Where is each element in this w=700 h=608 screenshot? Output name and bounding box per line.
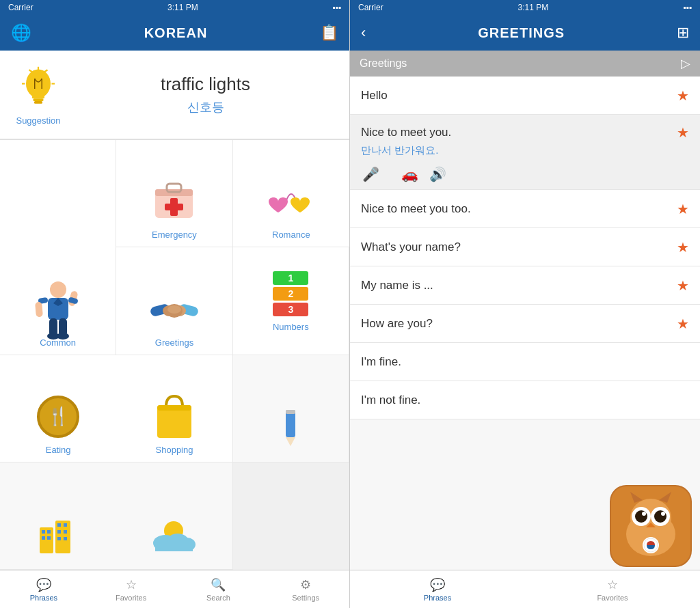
tab-favorites-left[interactable]: ☆ Favorites	[88, 570, 175, 608]
favorites-tab-icon: ☆	[126, 577, 137, 592]
favorites-tab-label-right: Favorites	[597, 594, 628, 602]
time-right: 3:11 PM	[518, 3, 549, 12]
svg-rect-47	[64, 530, 67, 534]
category-emergency[interactable]: Emergency	[116, 140, 232, 247]
category-extra3[interactable]	[116, 462, 232, 570]
phrase-im-fine[interactable]: I'm fine.	[350, 343, 700, 381]
time-left: 3:11 PM	[167, 3, 198, 12]
phrase-whats-name[interactable]: What's your name? ★	[350, 228, 700, 266]
tab-phrases-right[interactable]: 💬 Phrases	[350, 570, 525, 608]
svg-line-6	[44, 70, 48, 72]
svg-rect-26	[165, 204, 183, 210]
suggestion-english: traffic lights	[161, 74, 250, 95]
left-phone: Carrier 3:11 PM ▪▪▪ 🌐 KOREAN 📋	[0, 0, 350, 608]
phrase-top-nice-meet: Nice to meet you. ★	[361, 124, 689, 141]
category-eating[interactable]: 🍴 Eating	[0, 355, 116, 462]
lightbulb-icon	[18, 65, 59, 113]
tab-bar-left: 💬 Phrases ☆ Favorites 🔍 Search ⚙ Setting…	[0, 570, 349, 608]
greetings-icon	[150, 286, 198, 333]
pencil-svg	[280, 406, 301, 447]
suggestion-icon-area: Suggestion	[11, 64, 66, 126]
svg-point-61	[635, 510, 647, 523]
city-svg	[36, 514, 81, 555]
svg-rect-44	[57, 523, 61, 527]
phrase-text-im-not-fine: I'm not fine.	[361, 393, 420, 407]
phrase-korean-nice-meet: 만나서 반가워요.	[361, 144, 438, 157]
phrase-how-are-you[interactable]: How are you? ★	[350, 305, 700, 343]
shopping-label: Shopping	[156, 445, 193, 455]
handshake-svg	[150, 290, 198, 328]
weather-icon	[150, 510, 198, 558]
carrier-right: Carrier	[358, 3, 383, 12]
svg-rect-3	[34, 101, 42, 104]
emergency-icon	[150, 178, 198, 225]
emergency-label: Emergency	[152, 230, 197, 240]
tab-phrases-left[interactable]: 💬 Phrases	[0, 570, 88, 608]
category-numbers[interactable]: 1 2 3 Numbers	[233, 247, 349, 355]
star-nice-too[interactable]: ★	[677, 201, 689, 217]
carrier-left: Carrier	[8, 3, 33, 12]
romance-label: Romance	[272, 230, 310, 240]
phrase-my-name[interactable]: My name is ... ★	[350, 266, 700, 305]
city-icon	[34, 510, 82, 558]
header-title-right: GREETINGS	[478, 25, 565, 41]
suggestion-label: Suggestion	[16, 115, 60, 126]
status-bar-left: Carrier 3:11 PM ▪▪▪	[0, 0, 349, 15]
phrase-nice-too[interactable]: Nice to meet you too. ★	[350, 190, 700, 228]
shopping-svg	[154, 393, 195, 441]
svg-rect-49	[64, 537, 67, 540]
car-icon[interactable]: 🚗	[401, 166, 418, 182]
category-shopping[interactable]: Shopping	[116, 355, 232, 462]
category-grid: Common Emergency	[0, 139, 349, 570]
category-romance[interactable]: Romance	[233, 140, 349, 247]
category-common[interactable]: Common	[0, 140, 116, 355]
speaker-icon[interactable]: 🔊	[429, 166, 446, 182]
suggestion-korean: 신호등	[187, 99, 224, 115]
tab-search-left[interactable]: 🔍 Search	[175, 570, 262, 608]
svg-marker-36	[286, 437, 295, 446]
phrase-text-nice-meet: Nice to meet you.	[361, 126, 451, 139]
svg-rect-45	[64, 523, 67, 527]
status-bar-right: Carrier 3:11 PM ▪▪▪	[350, 0, 700, 15]
star-how-are-you[interactable]: ★	[677, 316, 689, 332]
star-nice-meet[interactable]: ★	[677, 124, 689, 141]
svg-rect-2	[33, 98, 44, 101]
play-icon[interactable]: ▷	[681, 56, 690, 71]
phrase-text-im-fine: I'm fine.	[361, 355, 401, 369]
eating-icon: 🍴	[34, 393, 82, 441]
svg-line-5	[29, 70, 33, 72]
category-greetings[interactable]: Greetings	[116, 247, 232, 355]
tab-favorites-right[interactable]: ☆ Favorites	[525, 570, 700, 608]
svg-rect-41	[42, 536, 45, 540]
phrase-hello[interactable]: Hello ★	[350, 77, 700, 115]
back-button[interactable]: ‹	[361, 24, 366, 42]
phrase-nice-meet[interactable]: Nice to meet you. ★ 만나서 반가워요. 🎤 🚗 🔊	[350, 115, 700, 190]
svg-point-11	[50, 281, 66, 298]
emergency-svg	[152, 181, 196, 222]
battery-left: ▪▪▪	[332, 3, 341, 12]
phrase-im-not-fine[interactable]: I'm not fine.	[350, 381, 700, 419]
search-tab-label: Search	[206, 594, 230, 602]
svg-rect-48	[57, 537, 61, 540]
star-my-name[interactable]: ★	[677, 277, 689, 294]
star-whats-name[interactable]: ★	[677, 239, 689, 255]
num-2: 2	[273, 287, 308, 301]
favorites-tab-label: Favorites	[116, 594, 146, 602]
category-extra1[interactable]	[233, 355, 349, 462]
romance-icon	[267, 178, 315, 225]
suggestion-box: Suggestion traffic lights 신호등	[0, 51, 349, 139]
header-right: ‹ GREETINGS ⊞	[350, 15, 700, 51]
numbers-grid-display: 1 2 3	[273, 271, 308, 316]
phrase-text-how-are-you: How are you?	[361, 317, 433, 331]
right-phone: Carrier 3:11 PM ▪▪▪ ‹ GREETINGS ⊞ Greeti…	[350, 0, 700, 608]
star-hello[interactable]: ★	[677, 87, 689, 104]
plate-svg: 🍴	[37, 396, 79, 438]
suggestion-text-area: traffic lights 신호등	[66, 74, 338, 115]
mic-icon[interactable]: 🎤	[362, 166, 379, 182]
category-extra2[interactable]	[0, 462, 116, 570]
tab-settings-left[interactable]: ⚙ Settings	[262, 570, 349, 608]
svg-rect-46	[57, 530, 61, 534]
section-header: Greetings ▷	[350, 51, 700, 77]
person-svg	[34, 279, 82, 340]
weather-svg	[152, 516, 196, 553]
